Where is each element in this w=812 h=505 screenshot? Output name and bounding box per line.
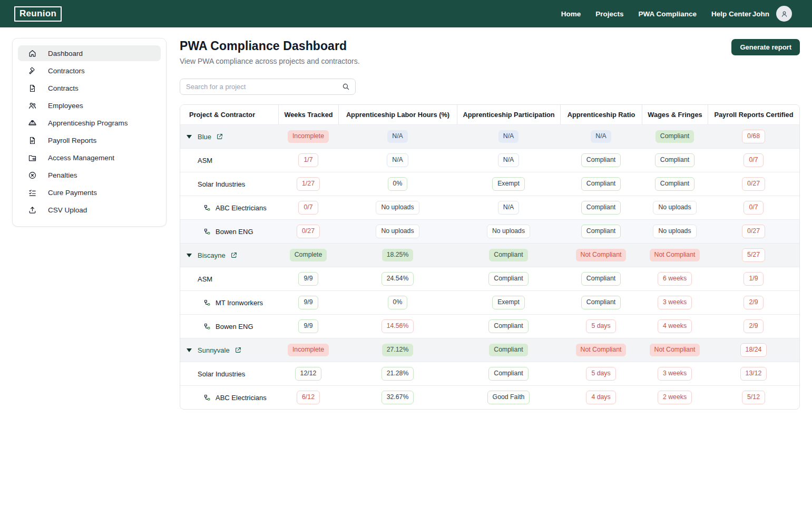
status-badge: Exempt — [492, 177, 525, 190]
table-cell: Good Faith — [457, 391, 560, 404]
generate-report-button[interactable]: Generate report — [731, 39, 800, 55]
project-contractor-cell: Bowen ENG — [180, 228, 278, 236]
table-cell: Incomplete — [278, 130, 338, 142]
project-contractor-cell: ASM — [180, 157, 278, 164]
status-badge: 13/12 — [740, 367, 767, 380]
column-header-weeks-tracked: Weeks Tracked — [278, 105, 338, 124]
table-cell: Incomplete — [278, 344, 338, 356]
table-cell: 1/27 — [278, 177, 338, 190]
sidebar-item-access-management[interactable]: Access Management — [18, 150, 161, 166]
subcontractor-link-icon — [203, 299, 211, 307]
status-badge: 0/7 — [743, 201, 763, 214]
status-badge: Compliant — [581, 296, 621, 309]
project-contractor-cell: Bowen ENG — [180, 323, 278, 331]
status-badge: Compliant — [581, 201, 621, 214]
status-badge: 6/12 — [297, 391, 320, 404]
status-badge: Incomplete — [288, 344, 329, 356]
table-cell: 0/7 — [278, 201, 338, 214]
status-badge: 9/9 — [298, 272, 318, 285]
status-badge: 0/27 — [742, 177, 765, 190]
status-badge: 5/12 — [742, 391, 765, 404]
collapse-toggle-icon[interactable] — [187, 254, 192, 257]
status-badge: 0/7 — [298, 201, 318, 214]
table-cell: 0% — [338, 296, 457, 309]
table-cell: Not Compliant — [642, 344, 708, 356]
project-contractor-cell: MT Ironworkers — [180, 299, 278, 307]
status-badge: Compliant — [656, 130, 694, 142]
status-badge: 14.56% — [381, 319, 414, 333]
status-badge: 0/27 — [742, 225, 765, 238]
table-cell: No uploads — [642, 201, 708, 214]
page-subtitle: View PWA compliance across projects and … — [180, 57, 360, 65]
project-link[interactable]: Biscayne — [198, 251, 226, 259]
project-contractor-cell: ABC Electricians — [180, 204, 278, 212]
sidebar-item-contracts[interactable]: Contracts — [18, 80, 161, 96]
sidebar-item-csv-upload[interactable]: CSV Upload — [18, 202, 161, 218]
status-badge: 0/68 — [742, 130, 765, 143]
table-cell: Not Compliant — [642, 249, 708, 261]
sidebar-item-contractors[interactable]: Contractors — [18, 63, 161, 79]
status-badge: N/A — [498, 130, 519, 142]
table-cell: 9/9 — [278, 296, 338, 309]
column-header-apprenticeship-participation: Apprenticeship Participation — [457, 105, 560, 124]
user-menu[interactable]: John — [752, 6, 792, 22]
status-badge: 5/27 — [742, 248, 765, 261]
status-badge: Compliant — [581, 153, 621, 167]
status-badge: 32.67% — [381, 391, 414, 404]
table-cell: Compliant — [457, 367, 560, 380]
table-cell: Compliant — [457, 319, 560, 333]
table-cell: Compliant — [560, 153, 642, 167]
table-cell: 0/27 — [278, 225, 338, 238]
nav-home[interactable]: Home — [561, 10, 581, 18]
table-cell: 2 weeks — [642, 391, 708, 404]
sidebar-item-dashboard[interactable]: Dashboard — [18, 45, 161, 61]
nav-projects[interactable]: Projects — [595, 10, 623, 18]
employees-icon — [28, 101, 37, 110]
table-cell: N/A — [457, 130, 560, 142]
table-cell: No uploads — [642, 225, 708, 238]
nav-help-center[interactable]: Help Center — [711, 10, 751, 18]
status-badge: 2/9 — [743, 319, 763, 333]
table-row-bowen-eng-4: Bowen ENG0/27No uploadsNo uploadsComplia… — [180, 219, 799, 243]
status-badge: 1/7 — [298, 153, 318, 167]
status-badge: 2/9 — [743, 296, 763, 309]
nav-pwa-compliance[interactable]: PWA Compliance — [638, 10, 697, 18]
table-cell: 4 weeks — [642, 319, 708, 333]
table-row-sunnyvale-9: SunnyvaleIncomplete27.12%CompliantNot Co… — [180, 338, 799, 362]
avatar[interactable] — [776, 6, 792, 22]
table-cell: 13/12 — [708, 367, 799, 380]
table-cell: 14.56% — [338, 319, 457, 333]
status-badge: 4 weeks — [658, 319, 692, 333]
sidebar-item-penalties[interactable]: Penalties — [18, 167, 161, 183]
status-badge: Good Faith — [487, 391, 530, 404]
sidebar-item-apprenticeship-programs[interactable]: Apprenticeship Programs — [18, 115, 161, 131]
status-badge: 24.54% — [381, 272, 414, 285]
table-cell: 0/7 — [708, 201, 799, 214]
status-badge: 6 weeks — [658, 272, 692, 285]
search-input[interactable] — [180, 79, 356, 95]
status-badge: Compliant — [581, 272, 621, 285]
table-cell: Compliant — [457, 249, 560, 261]
user-name: John — [752, 10, 769, 18]
external-link-icon[interactable] — [234, 346, 242, 354]
status-badge: 0% — [388, 177, 408, 190]
collapse-toggle-icon[interactable] — [187, 135, 192, 139]
compliance-table: Project & ContractorWeeks TrackedApprent… — [180, 104, 800, 410]
search-icon[interactable] — [341, 82, 350, 91]
project-link[interactable]: Blue — [198, 133, 211, 141]
status-badge: No uploads — [653, 225, 696, 238]
sidebar-item-employees[interactable]: Employees — [18, 98, 161, 113]
project-link[interactable]: Sunnyvale — [198, 346, 230, 354]
status-badge: 1/9 — [743, 272, 763, 285]
external-link-icon[interactable] — [216, 133, 223, 140]
collapse-toggle-icon[interactable] — [187, 348, 192, 352]
upload-icon — [28, 206, 37, 215]
sidebar-item-cure-payments[interactable]: Cure Payments — [18, 184, 161, 200]
sidebar-item-payroll-reports[interactable]: Payroll Reports — [18, 132, 161, 148]
table-cell: 5 days — [560, 319, 642, 333]
subcontractor-link-icon — [203, 228, 211, 236]
status-badge: No uploads — [487, 225, 530, 238]
project-contractor-cell: ASM — [180, 275, 278, 283]
external-link-icon[interactable] — [230, 251, 238, 259]
status-badge: Not Compliant — [650, 249, 700, 261]
